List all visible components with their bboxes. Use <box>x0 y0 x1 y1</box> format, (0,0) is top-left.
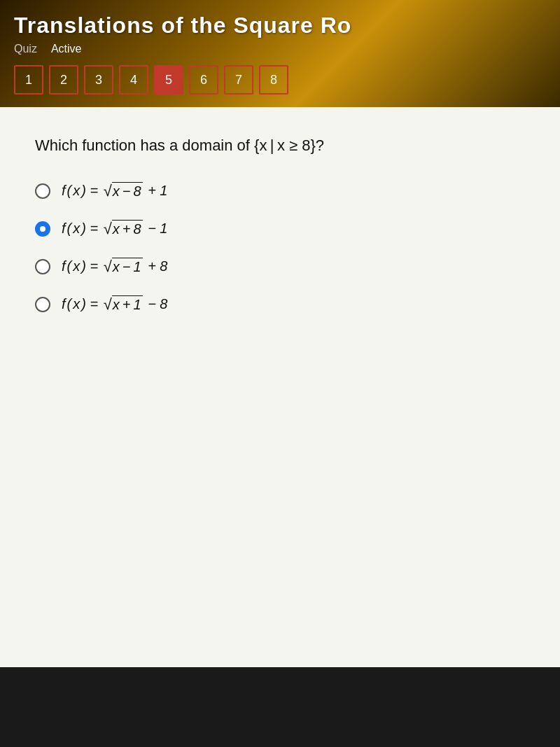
option-c-label: f(x) = √x − 1 + 8 <box>62 258 168 276</box>
nav-btn-5[interactable]: 5 <box>154 65 183 95</box>
radio-b-inner <box>40 226 46 232</box>
header-subtitle: Quiz Active <box>14 43 546 55</box>
option-b[interactable]: f(x) = √x + 8 − 1 <box>35 220 525 238</box>
option-a[interactable]: f(x) = √x − 8 + 1 <box>35 182 525 200</box>
radio-c[interactable] <box>35 259 50 274</box>
nav-btn-6[interactable]: 6 <box>189 65 218 95</box>
radio-b[interactable] <box>35 221 50 237</box>
radio-a[interactable] <box>35 183 50 199</box>
nav-btn-8[interactable]: 8 <box>259 65 288 95</box>
option-a-label: f(x) = √x − 8 + 1 <box>62 182 168 200</box>
option-d[interactable]: f(x) = √x + 1 − 8 <box>35 295 525 314</box>
option-b-label: f(x) = √x + 8 − 1 <box>62 220 168 238</box>
nav-btn-2[interactable]: 2 <box>49 65 78 95</box>
option-d-label: f(x) = √x + 1 − 8 <box>62 295 168 314</box>
nav-btn-4[interactable]: 4 <box>119 65 148 95</box>
radio-d[interactable] <box>35 297 50 312</box>
question-nav: 1 2 3 4 5 6 7 8 <box>14 65 546 100</box>
nav-btn-7[interactable]: 7 <box>224 65 253 95</box>
option-c[interactable]: f(x) = √x − 1 + 8 <box>35 258 525 276</box>
nav-btn-3[interactable]: 3 <box>84 65 113 95</box>
nav-btn-1[interactable]: 1 <box>14 65 43 95</box>
question-text: Which function has a domain of {x | x ≥ … <box>35 135 525 157</box>
main-content: Which function has a domain of {x | x ≥ … <box>0 107 560 667</box>
options-list: f(x) = √x − 8 + 1 f(x) = √x + 8 <box>35 182 525 314</box>
page-title: Translations of the Square Ro <box>14 13 546 39</box>
header: Translations of the Square Ro Quiz Activ… <box>0 0 560 107</box>
active-label: Active <box>51 43 82 55</box>
quiz-label: Quiz <box>14 43 37 55</box>
